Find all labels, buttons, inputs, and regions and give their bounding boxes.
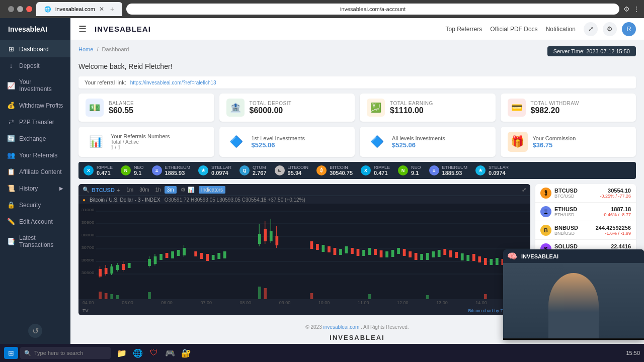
market-item-eth[interactable]: Ξ ETHUSD ETH/USD 1887.18 -0.46% / -8.77 [535, 203, 636, 221]
sidebar: InvesableAI ⊞ Dashboard ↓ Deposit 📈 Your… [0, 18, 70, 344]
taskbar-icon-shield[interactable]: 🛡 [147, 346, 161, 360]
hamburger-icon[interactable]: ☰ [78, 24, 87, 35]
sidebar-item-affiliate[interactable]: 📋 Affiliate Content [0, 163, 70, 180]
stat-card-deposit: 🏦 TOTAL DEPOSIT $6000.00 [219, 94, 355, 122]
chart-settings-icon[interactable]: ⚙ [181, 187, 186, 193]
topnav-link-referrers[interactable]: Top Referrers [445, 26, 482, 33]
svg-rect-78 [490, 259, 493, 265]
sidebar-item-investments[interactable]: 📈 Your Investments [0, 74, 70, 97]
svg-text:30900: 30900 [82, 220, 95, 225]
start-button[interactable]: ⊞ [4, 347, 18, 359]
svg-rect-83 [99, 292, 102, 299]
extensions-icon[interactable]: ⚙ [623, 5, 630, 13]
ticker-item-xrp1: X RIPPLE 0.471 [84, 165, 113, 176]
withdraw-icon: 💰 [7, 102, 15, 109]
svg-rect-66 [420, 254, 423, 260]
sidebar-item-p2p[interactable]: ⇄ P2P Transfer [0, 114, 70, 130]
maximize-btn[interactable] [17, 6, 23, 12]
sidebar-label-transactions: Latest Transactions [19, 234, 63, 248]
svg-rect-89 [264, 288, 267, 299]
tf-1h[interactable]: 1h [153, 186, 164, 194]
chart-volume [78, 284, 530, 299]
svg-rect-33 [194, 251, 197, 256]
referral-link[interactable]: https://invesableai.com/?ref=raleflch13 [130, 80, 216, 85]
svg-rect-47 [310, 241, 313, 249]
taskbar-icon-game[interactable]: 🎮 [163, 346, 177, 360]
sidebar-item-dashboard[interactable]: ⊞ Dashboard [0, 41, 70, 57]
topnav: ☰ INVESABLEAI Top Referrers Official PDF… [70, 18, 644, 40]
svg-rect-36 [212, 255, 215, 260]
sidebar-item-deposit[interactable]: ↓ Deposit [0, 57, 70, 74]
topnav-links: Top Referrers Official PDF Docs Notifica… [445, 26, 576, 33]
chart-fullscreen-icon[interactable]: ⤢ [522, 187, 526, 193]
chart-symbol[interactable]: 🔍 BTCUSD + [83, 187, 120, 193]
sidebar-label-edit-account: Edit Account [19, 218, 53, 225]
url-text: invesableai.com/a-account [131, 6, 614, 12]
chart-type-icon[interactable]: 📊 [188, 187, 195, 193]
minimize-btn[interactable] [8, 6, 14, 12]
deposit-icon: ↓ [7, 62, 15, 69]
market-item-bnb[interactable]: B BNBUSD BNB/USD 244.42592256 -1.6% / -1… [535, 221, 636, 240]
tf-1m[interactable]: 1m [124, 186, 136, 194]
menu-icon[interactable]: ⋮ [633, 5, 640, 13]
topnav-link-notification[interactable]: Notification [546, 26, 576, 33]
sidebar-item-history[interactable]: 📜 History ▶ [0, 180, 70, 197]
expand-icon[interactable]: ⤢ [584, 22, 598, 36]
tf-30m[interactable]: 30m [137, 186, 151, 194]
referrals-num-sub2: 1 / 1 [111, 145, 170, 150]
breadcrumb-current: Dashboard [102, 46, 129, 52]
user-avatar[interactable]: R [622, 22, 636, 36]
chart-main: 🔍 BTCUSD + 1m 30m 1h 3m ⚙ 📊 [78, 184, 530, 315]
earning-label: TOTAL EARNING [390, 101, 433, 106]
bnb-change: -1.6% / -1.99 [596, 231, 631, 236]
browser-controls[interactable] [8, 6, 32, 12]
ticker-item-eth1: Ξ ETHEREUM 1885.93 [152, 165, 191, 176]
svg-rect-34 [200, 253, 203, 259]
taskbar-icon-explorer[interactable]: 📁 [115, 346, 129, 360]
new-tab-btn[interactable]: + [110, 5, 114, 13]
welcome-message: Welcome back, Reid Fletcher! [78, 62, 636, 70]
settings-icon[interactable]: ⚙ [603, 22, 617, 36]
sidebar-item-security[interactable]: 🔒 Security [0, 197, 70, 213]
btc-dot: ● [83, 197, 86, 203]
taskbar-search[interactable]: 🔍 Type here to search [20, 347, 111, 359]
taskbar-icon-vpn[interactable]: 🔐 [179, 346, 193, 360]
svg-rect-53 [345, 246, 348, 253]
svg-rect-25 [154, 256, 157, 264]
breadcrumb-home[interactable]: Home [78, 46, 93, 52]
browser-tab[interactable]: 🌐 invesableai.com ✕ + [36, 2, 122, 16]
footer-site[interactable]: invesableai.com [324, 324, 360, 330]
ticker-item-xlm1: ★ STELLAR 0.0974 [198, 165, 231, 176]
svg-rect-29 [171, 251, 174, 258]
withdraw-stat-label: TOTAL WITHDRAW [531, 101, 579, 106]
tf-3m[interactable]: 3m [165, 186, 177, 194]
commission-value: $36.75 [533, 141, 576, 149]
taskbar: ⊞ 🔍 Type here to search 📁 🌐 🛡 🎮 🔐 15:50 [0, 344, 644, 362]
sidebar-item-withdraw[interactable]: 💰 Withdraw Profits [0, 97, 70, 114]
sidebar-label-security: Security [19, 202, 41, 209]
market-item-btc[interactable]: ₿ BTCUSD BTC/USD 30554.10 -0.25% / -77.2… [535, 184, 636, 203]
svg-text:30600: 30600 [82, 258, 95, 262]
close-btn[interactable] [26, 6, 32, 12]
footer-text: . All Rights Reserved. [361, 324, 409, 330]
commission-label: Your Commission [533, 135, 576, 141]
balance-label: BALANCE [109, 101, 134, 106]
taskbar-icon-chrome[interactable]: 🌐 [131, 346, 145, 360]
sidebar-item-exchange[interactable]: 🔄 Exchange [0, 130, 70, 147]
reload-icon[interactable]: ↺ [28, 324, 42, 338]
tab-close-icon[interactable]: ✕ [99, 6, 104, 13]
svg-rect-56 [362, 250, 365, 256]
svg-rect-28 [166, 253, 169, 258]
svg-rect-75 [472, 254, 475, 261]
sidebar-item-referrals[interactable]: 👥 Your Referrals [0, 147, 70, 163]
sidebar-item-edit-account[interactable]: ✏️ Edit Account [0, 213, 70, 230]
sidebar-item-transactions[interactable]: 📑 Latest Transactions [0, 230, 70, 253]
chart-body: 31000 30900 30800 30700 30600 30500 [78, 204, 530, 284]
indicators-btn[interactable]: Indicators [199, 186, 225, 194]
crypto-ticker: X RIPPLE 0.471 N NEO 9.1 Ξ ET [78, 162, 636, 179]
chart-xaxis: 04:00 05:00 06:00 07:00 08:00 09:00 10:0… [78, 299, 530, 306]
topnav-link-docs[interactable]: Official PDF Docs [490, 26, 537, 33]
address-bar[interactable]: invesableai.com/a-account [126, 4, 619, 15]
ticker-item-xlm2: ★ STELLAR 0.0974 [475, 165, 509, 176]
svg-rect-50 [328, 246, 331, 252]
